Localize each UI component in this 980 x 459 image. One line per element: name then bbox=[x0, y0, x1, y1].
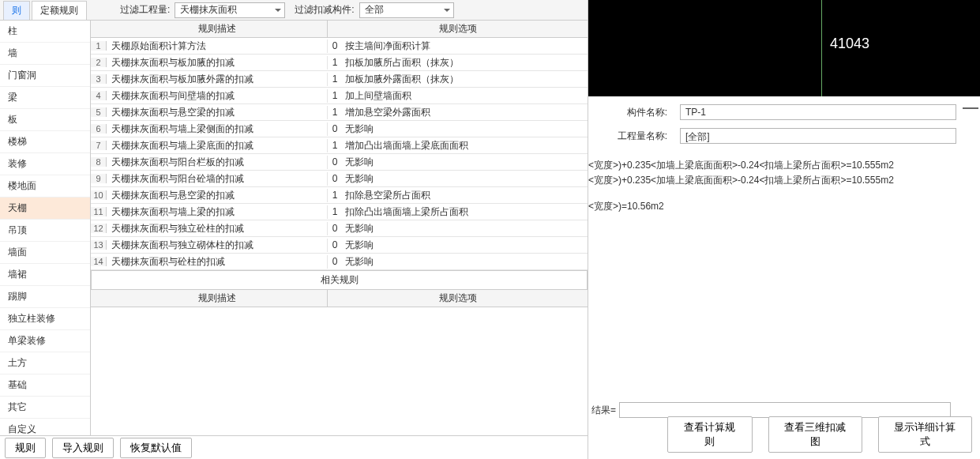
table-row[interactable]: 7天棚抹灰面积与墙上梁底面的扣减1增加凸出墙面墙上梁底面面积 bbox=[91, 137, 588, 154]
result-input[interactable] bbox=[619, 402, 951, 418]
table-row[interactable]: 8天棚抹灰面积与阳台栏板的扣减0无影响 bbox=[91, 154, 588, 171]
detail-fields: 构件名称: TP-1 工程量名称: [全部] bbox=[588, 96, 980, 152]
sidebar-item[interactable]: 墙 bbox=[0, 43, 90, 65]
chevron-down-icon bbox=[275, 9, 281, 12]
view-3d-deduct-button[interactable]: 查看三维扣减图 bbox=[768, 416, 862, 453]
rule-desc: 天棚抹灰面积与砼柱的扣减 bbox=[107, 255, 328, 269]
viewport-3d[interactable]: 41043 bbox=[588, 0, 980, 96]
table-row[interactable]: 11天棚抹灰面积与墙上梁的扣减1扣除凸出墙面墙上梁所占面积 bbox=[91, 204, 588, 220]
sidebar-item[interactable]: 板 bbox=[0, 109, 90, 131]
rule-desc: 天棚抹灰面积与间壁墙的扣减 bbox=[107, 89, 328, 103]
sidebar-item[interactable]: 基础 bbox=[0, 374, 90, 397]
row-number: 10 bbox=[91, 190, 107, 200]
rule-opt-text: 增加凸出墙面墙上梁底面面积 bbox=[342, 139, 588, 152]
sidebar-item[interactable]: 其它 bbox=[0, 397, 90, 419]
rules-button[interactable]: 规则 bbox=[5, 438, 46, 458]
rule-opt-code: 0 bbox=[328, 173, 342, 184]
related-body bbox=[91, 307, 588, 435]
table-row[interactable]: 14天棚抹灰面积与砼柱的扣减0无影响 bbox=[91, 254, 588, 270]
qty-name-input[interactable]: [全部] bbox=[680, 128, 956, 144]
row-number: 2 bbox=[91, 58, 107, 67]
rule-opt-code: 0 bbox=[328, 239, 342, 250]
rule-opt-code: 1 bbox=[328, 57, 342, 68]
rule-desc: 天棚抹灰面积与悬空梁的扣减 bbox=[107, 106, 328, 119]
row-number: 13 bbox=[91, 240, 107, 250]
rule-opt-text: 扣除凸出墙面墙上梁所占面积 bbox=[342, 205, 588, 219]
view-calc-rules-button[interactable]: 查看计算规则 bbox=[667, 416, 753, 453]
sidebar-item[interactable]: 楼梯 bbox=[0, 131, 90, 153]
sidebar-item[interactable]: 墙面 bbox=[0, 242, 90, 264]
row-number: 14 bbox=[91, 257, 107, 266]
related-col-desc: 规则描述 bbox=[107, 290, 328, 307]
tab-quota-rules[interactable]: 定额规则 bbox=[32, 1, 87, 20]
sidebar-item[interactable]: 天棚 bbox=[0, 198, 90, 220]
right-bottom-buttons: 查看计算规则 查看三维扣减图 显示详细计算式 bbox=[588, 416, 980, 453]
rule-opt-text: 加板加腋外露面积（抹灰） bbox=[342, 73, 588, 86]
show-detail-calc-button[interactable]: 显示详细计算式 bbox=[878, 416, 972, 453]
sidebar-item[interactable]: 单梁装修 bbox=[0, 330, 90, 352]
restore-default-button[interactable]: 恢复默认值 bbox=[120, 438, 192, 458]
table-row[interactable]: 6天棚抹灰面积与墙上梁侧面的扣减0无影响 bbox=[91, 121, 588, 137]
table-row[interactable]: 4天棚抹灰面积与间壁墙的扣减1加上间壁墙面积 bbox=[91, 88, 588, 104]
table-row[interactable]: 10天棚抹灰面积与悬空梁的扣减1扣除悬空梁所占面积 bbox=[91, 187, 588, 204]
sidebar-item[interactable]: 自定义 bbox=[0, 419, 90, 435]
comp-name-input[interactable]: TP-1 bbox=[680, 104, 956, 120]
rule-opt-code: 1 bbox=[328, 140, 342, 151]
rule-opt-text: 无影响 bbox=[342, 172, 588, 186]
rule-desc: 天棚抹灰面积与悬空梁的扣减 bbox=[107, 189, 328, 202]
filter-qty-label: 过滤工程量: bbox=[120, 3, 170, 17]
row-number: 7 bbox=[91, 141, 107, 150]
sidebar-item[interactable]: 踢脚 bbox=[0, 286, 90, 308]
filter-qty-value: 天棚抹灰面积 bbox=[180, 4, 237, 15]
crosshair-vertical bbox=[821, 0, 822, 96]
rule-opt-text: 扣板加腋所占面积（抹灰） bbox=[342, 56, 588, 70]
table-row[interactable]: 3天棚抹灰面积与板加腋外露的扣减1加板加腋外露面积（抹灰） bbox=[91, 71, 588, 88]
bottom-buttons: 规则 导入规则 恢复默认值 bbox=[0, 435, 588, 459]
table-row[interactable]: 5天棚抹灰面积与悬空梁的扣减1增加悬空梁外露面积 bbox=[91, 104, 588, 121]
sidebar-item[interactable]: 吊顶 bbox=[0, 220, 90, 242]
table-row[interactable]: 12天棚抹灰面积与独立砼柱的扣减0无影响 bbox=[91, 220, 588, 237]
col-desc-header: 规则描述 bbox=[107, 21, 328, 37]
table-row[interactable]: 9天棚抹灰面积与阳台砼墙的扣减0无影响 bbox=[91, 171, 588, 187]
filter-comp-select[interactable]: 全部 bbox=[359, 2, 454, 18]
sidebar-item[interactable]: 门窗洞 bbox=[0, 65, 90, 87]
row-number: 8 bbox=[91, 157, 107, 167]
comp-name-label: 构件名称: bbox=[612, 106, 667, 119]
rule-opt-code: 0 bbox=[328, 223, 342, 234]
tab-rules[interactable]: 则 bbox=[3, 1, 30, 20]
table-row[interactable]: 1天棚原始面积计算方法0按主墙间净面积计算 bbox=[91, 38, 588, 55]
rule-opt-text: 扣除悬空梁所占面积 bbox=[342, 189, 588, 202]
table-row[interactable]: 2天棚抹灰面积与板加腋的扣减1扣板加腋所占面积（抹灰） bbox=[91, 55, 588, 71]
sidebar-item[interactable]: 土方 bbox=[0, 352, 90, 374]
minimize-icon[interactable]: — bbox=[963, 101, 978, 112]
formula-line-3: <宽度>)=10.56m2 bbox=[588, 199, 977, 214]
row-number: 4 bbox=[91, 91, 107, 100]
rules-area: 规则描述 规则选项 1天棚原始面积计算方法0按主墙间净面积计算2天棚抹灰面积与板… bbox=[91, 21, 588, 435]
rule-desc: 天棚抹灰面积与独立砌体柱的扣减 bbox=[107, 239, 328, 252]
rule-desc: 天棚抹灰面积与独立砼柱的扣减 bbox=[107, 222, 328, 235]
sidebar-item[interactable]: 楼地面 bbox=[0, 175, 90, 198]
import-rules-button[interactable]: 导入规则 bbox=[52, 438, 114, 458]
filter-qty-select[interactable]: 天棚抹灰面积 bbox=[175, 2, 285, 18]
rules-table-header: 规则描述 规则选项 bbox=[91, 21, 588, 38]
rules-table-body[interactable]: 1天棚原始面积计算方法0按主墙间净面积计算2天棚抹灰面积与板加腋的扣减1扣板加腋… bbox=[91, 38, 588, 270]
rule-opt-text: 增加悬空梁外露面积 bbox=[342, 106, 588, 119]
rule-opt-text: 无影响 bbox=[342, 222, 588, 235]
row-number: 1 bbox=[91, 41, 107, 51]
rule-opt-code: 1 bbox=[328, 90, 342, 101]
row-number: 9 bbox=[91, 174, 107, 183]
chevron-down-icon bbox=[444, 9, 450, 12]
table-row[interactable]: 13天棚抹灰面积与独立砌体柱的扣减0无影响 bbox=[91, 237, 588, 254]
row-number: 6 bbox=[91, 124, 107, 134]
rule-desc: 天棚抹灰面积与板加腋外露的扣减 bbox=[107, 73, 328, 86]
left-panel: 则 定额规则 过滤工程量: 天棚抹灰面积 过滤扣减构件: 全部 柱墙门窗洞梁板楼… bbox=[0, 0, 588, 459]
sidebar-item[interactable]: 梁 bbox=[0, 87, 90, 109]
formula-line-1: <宽度>)+0.235<加墙上梁底面面积>-0.24<扣墙上梁所占面积>=10.… bbox=[588, 158, 977, 173]
sidebar-item[interactable]: 独立柱装修 bbox=[0, 308, 90, 330]
qty-name-label: 工程量名称: bbox=[612, 130, 667, 143]
sidebar-item[interactable]: 墙裙 bbox=[0, 264, 90, 286]
sidebar-item[interactable]: 装修 bbox=[0, 153, 90, 175]
rule-opt-code: 1 bbox=[328, 206, 342, 217]
sidebar-item[interactable]: 柱 bbox=[0, 21, 90, 43]
filter-comp-value: 全部 bbox=[365, 4, 384, 15]
